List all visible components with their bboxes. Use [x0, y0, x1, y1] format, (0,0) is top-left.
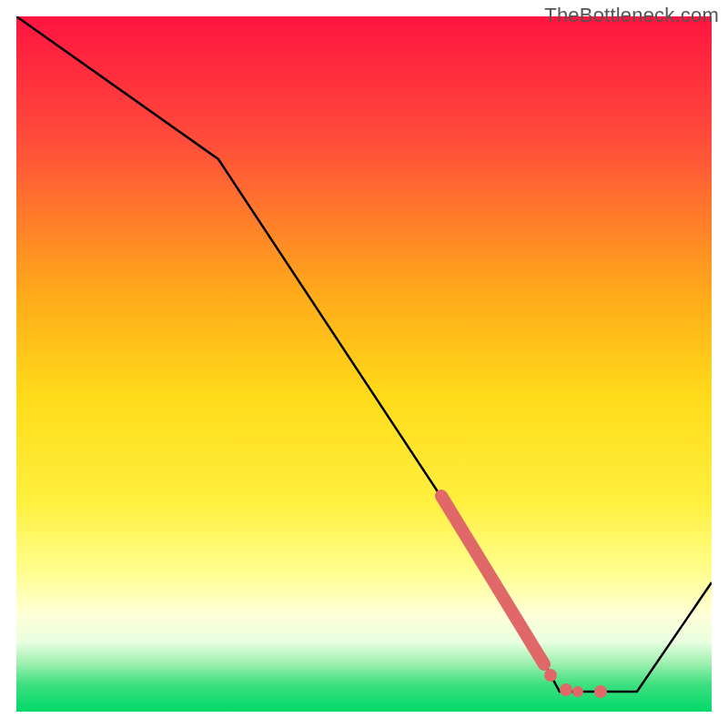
data-point [560, 683, 572, 696]
data-point [572, 686, 583, 697]
plot-background [16, 16, 712, 712]
bottleneck-chart [0, 0, 728, 728]
chart-container: TheBottleneck.com [0, 0, 728, 728]
data-point [594, 685, 607, 698]
data-point [544, 669, 557, 682]
watermark-text: TheBottleneck.com [544, 4, 719, 27]
